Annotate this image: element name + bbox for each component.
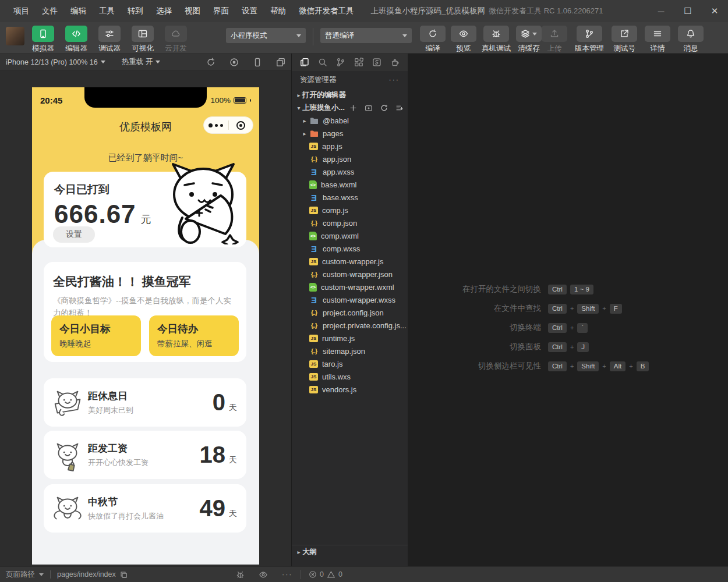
file-project.private.config.js...[interactable]: {..}project.private.config.js... [292, 319, 408, 332]
file-taro.js[interactable]: JStaro.js [292, 357, 408, 370]
hot-reload-value: 热重载 开 [122, 57, 153, 67]
action-详情[interactable]: 详情 [645, 26, 670, 54]
file-comp.wxss[interactable]: Ǝcomp.wxss [292, 242, 408, 255]
file-base.wxml[interactable]: <>base.wxml [292, 178, 408, 191]
menu-item-0[interactable]: 项目 [7, 0, 36, 22]
file-custom-wrapper.js[interactable]: JScustom-wrapper.js [292, 255, 408, 268]
new-file-icon[interactable] [349, 104, 357, 112]
toggle-调试器[interactable]: 调试器 [96, 26, 123, 54]
outline-section[interactable]: ▸大纲 [292, 545, 408, 559]
file-comp.wxml[interactable]: <>comp.wxml [292, 229, 408, 242]
toggle-模拟器[interactable]: 模拟器 [29, 26, 57, 54]
shortcut-row: 在打开的文件之间切换Ctrl1 ~ 9 [462, 284, 673, 294]
device-select[interactable]: iPhone 12/13 (Pro) 100% 16 [6, 58, 105, 66]
file-custom-wrapper.wxml[interactable]: <>custom-wrapper.wxml [292, 281, 408, 293]
action-预览[interactable]: 预览 [451, 26, 476, 54]
menu-item-4[interactable]: 转到 [121, 0, 150, 22]
file-sitemap.json[interactable]: {..}sitemap.json [292, 345, 408, 357]
toggle-云开发[interactable]: 云开发 [162, 26, 190, 54]
collapse-all-icon[interactable] [395, 104, 403, 112]
toggle-编辑器[interactable]: 编辑器 [62, 26, 90, 54]
explorer-title: 资源管理器 [300, 75, 337, 85]
project-section[interactable]: ▾上班摸鱼小... [292, 101, 408, 114]
countdown-card-中秋节[interactable]: 中秋节快放假了再打会儿酱油49天 [44, 484, 246, 533]
device-icon[interactable] [253, 58, 262, 67]
file-runtime.js[interactable]: JSruntime.js [292, 332, 408, 345]
action-测试号[interactable]: 测试号 [612, 26, 637, 54]
open-editors-section[interactable]: ▸打开的编辑器 [292, 88, 408, 101]
shortcut-label: 切换侧边栏可见性 [478, 361, 541, 371]
action-编译[interactable]: 编译 [420, 26, 446, 54]
more-icon[interactable]: ··· [282, 570, 293, 579]
compile-select[interactable]: 普通编译 [320, 28, 412, 43]
bug-icon[interactable] [236, 570, 245, 579]
eye-icon[interactable] [259, 570, 268, 579]
action-清缓存[interactable]: 清缓存 [516, 26, 542, 54]
file-app.json[interactable]: {..}app.json [292, 152, 408, 165]
goal-box[interactable]: 今日小目标晚睡晚起 [51, 315, 141, 356]
box-text: 晚睡晚起 [59, 339, 141, 349]
wxss-file-icon: Ǝ [309, 295, 319, 304]
file-app.wxss[interactable]: Ǝapp.wxss [292, 165, 408, 178]
applet-icon[interactable] [372, 58, 381, 67]
project-actions [349, 104, 403, 112]
close-button[interactable]: ✕ [701, 0, 728, 22]
toggle-可视化[interactable]: 可视化 [129, 26, 157, 54]
multi-window-icon[interactable] [276, 58, 285, 67]
menu-item-9[interactable]: 帮助 [264, 0, 292, 22]
countdown-card-距发工资[interactable]: 距发工资开开心心快发工资18天 [44, 431, 246, 479]
search-icon[interactable] [318, 58, 327, 67]
file-project.config.json[interactable]: {..}project.config.json [292, 306, 408, 319]
json-file-icon: {..} [309, 346, 319, 356]
file-comp.js[interactable]: JScomp.js [292, 204, 408, 217]
shortcut-keys: Ctrl+Shift+Alt+B [548, 361, 673, 371]
file-comp.json[interactable]: {..}comp.json [292, 217, 408, 229]
record-icon[interactable] [229, 58, 239, 67]
menu-item-7[interactable]: 界面 [207, 0, 235, 22]
action-消息[interactable]: 消息 [678, 26, 704, 54]
keycap: ` [577, 323, 588, 333]
menu-item-1[interactable]: 文件 [36, 0, 64, 22]
restart-icon[interactable] [206, 58, 215, 67]
action-上传[interactable]: 上传 [542, 26, 567, 54]
settings-button[interactable]: 设置 [53, 226, 95, 243]
tea-icon[interactable] [390, 58, 400, 67]
files-icon[interactable] [300, 58, 309, 67]
new-folder-icon[interactable] [365, 104, 373, 112]
file-app.js[interactable]: JSapp.js [292, 140, 408, 152]
warning-count: 0 [338, 570, 342, 579]
page-path-label[interactable]: 页面路径 [6, 570, 35, 580]
problems-counts[interactable]: 0 0 [300, 570, 342, 579]
home-icon[interactable] [229, 121, 253, 130]
menu-item-8[interactable]: 设置 [235, 0, 264, 22]
refresh-icon[interactable] [380, 104, 388, 112]
file-@babel[interactable]: ▸@babel [292, 114, 408, 127]
source-control-icon[interactable] [336, 58, 345, 67]
more-icon[interactable] [204, 123, 228, 127]
file-custom-wrapper.json[interactable]: {..}custom-wrapper.json [292, 268, 408, 281]
menu-item-5[interactable]: 选择 [150, 0, 178, 22]
file-vendors.js[interactable]: JSvendors.js [292, 383, 408, 396]
menu-item-2[interactable]: 编辑 [64, 0, 93, 22]
more-icon[interactable]: ··· [389, 76, 400, 84]
copy-icon[interactable] [120, 571, 128, 579]
maximize-button[interactable]: ☐ [674, 0, 701, 22]
phone-nav-bar: 优质模板网 [32, 113, 259, 140]
action-真机调试[interactable]: 真机调试 [482, 26, 511, 54]
file-custom-wrapper.wxss[interactable]: Ǝcustom-wrapper.wxss [292, 293, 408, 306]
minimize-button[interactable]: ─ [648, 0, 674, 22]
mode-select[interactable]: 小程序模式 [226, 28, 306, 43]
file-name: custom-wrapper.wxss [323, 296, 395, 304]
file-pages[interactable]: ▸pages [292, 127, 408, 140]
user-avatar[interactable] [6, 27, 24, 45]
extensions-icon[interactable] [354, 58, 363, 67]
hot-reload-toggle[interactable]: 热重载 开 [122, 57, 160, 67]
menu-item-3[interactable]: 工具 [93, 0, 121, 22]
action-版本管理[interactable]: 版本管理 [575, 26, 604, 54]
file-utils.wxs[interactable]: JSutils.wxs [292, 370, 408, 383]
countdown-card-距休息日[interactable]: 距休息日美好周末已到0天 [44, 378, 246, 427]
todo-box[interactable]: 今日待办带薪拉屎、闲逛 [149, 315, 239, 356]
file-base.wxss[interactable]: Ǝbase.wxss [292, 191, 408, 204]
menu-item-10[interactable]: 微信开发者工具 [292, 0, 361, 22]
menu-item-6[interactable]: 视图 [178, 0, 207, 22]
